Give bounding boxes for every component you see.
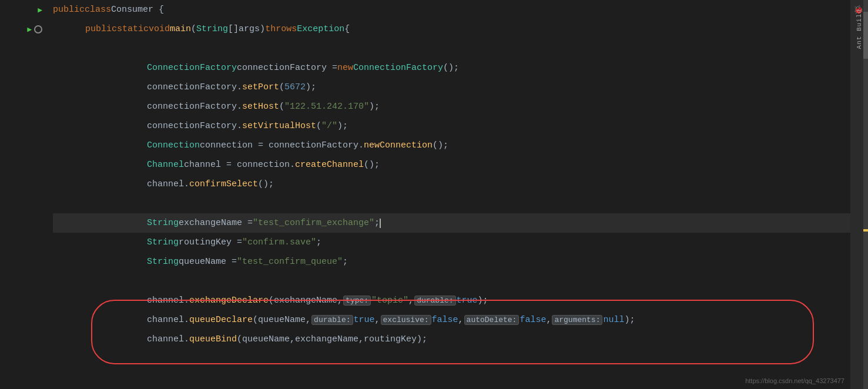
code-line-11 <box>53 194 850 213</box>
code-line-16: channel. exchangeDeclare (exchangeName, … <box>53 291 850 310</box>
paren-open: ( <box>191 24 196 34</box>
code-line-2: public static void main ( String [] args… <box>53 19 850 39</box>
paren18: (queueName,exchangeName,routingKey); <box>237 334 427 344</box>
comma17a: , <box>375 315 380 325</box>
type-conn: Connection <box>147 140 200 150</box>
gutter-row-5 <box>0 78 47 97</box>
code-line-14: String queueName = "test_confirm_queue" … <box>53 252 850 271</box>
code-line-9: Channel channel = connection. createChan… <box>53 155 850 175</box>
keyword-class: class <box>85 5 111 15</box>
method-queuedeclare: queueDeclare <box>189 315 253 325</box>
type-string: String <box>196 24 228 34</box>
param-arguments: arguments: <box>552 315 602 325</box>
type-cf: ConnectionFactory <box>147 63 237 73</box>
code-line-6: connectionFactory. setHost ( "122.51.242… <box>53 97 850 116</box>
code-line-1: public class Consumer { <box>53 0 850 19</box>
gutter-row-10 <box>0 175 47 194</box>
channel-var: channel. <box>147 179 189 189</box>
var-queuename: queueName = <box>179 257 237 267</box>
comma16: , <box>408 296 414 306</box>
type-cf2: ConnectionFactory <box>353 63 443 73</box>
paren9: (); <box>364 160 380 170</box>
gutter-row-18 <box>0 330 47 349</box>
code-line-10: channel. confirmSelect (); <box>53 175 850 194</box>
cf-var4: connectionFactory. <box>147 121 242 131</box>
var-routingkey: routingKey = <box>179 237 242 247</box>
method-exchangedeclare: exchangeDeclare <box>189 296 269 306</box>
string-topic: "topic" <box>371 296 408 306</box>
ant-build-label: Ant Build <box>856 9 863 49</box>
keyword-new: new <box>337 63 353 73</box>
bool-false17b: false <box>520 315 546 325</box>
channel-var17: channel. <box>147 315 189 325</box>
call-paren: (); <box>443 63 459 73</box>
string-routingkey: "confirm.save" <box>242 237 316 247</box>
semicolon12: ; <box>374 218 380 228</box>
run-arrow-1[interactable]: ▶ <box>38 5 42 15</box>
string-ip: "122.51.242.170" <box>284 102 369 112</box>
var-exchangename: exchangeName = <box>179 218 253 228</box>
paren5b: ); <box>306 82 316 92</box>
paren7a: ( <box>316 121 321 131</box>
param-args: args) <box>239 24 265 34</box>
cf-var3: connectionFactory. <box>147 102 242 112</box>
gutter-row-2: ▶ <box>0 19 47 39</box>
scrollbar-thumb[interactable] <box>863 12 868 59</box>
param-durable17: durable: <box>311 315 353 325</box>
code-line-7: connectionFactory. setVirtualHost ( "/" … <box>53 116 850 136</box>
param-durable: durable: <box>414 296 455 306</box>
watermark: https://blog.csdn.net/qq_43273477 <box>745 377 844 384</box>
class-name: Consumer { <box>111 5 164 15</box>
code-line-18: channel. queueBind (queueName,exchangeNa… <box>53 330 850 349</box>
code-line-13: String routingKey = "confirm.save" ; <box>53 233 850 252</box>
gutter-row-6 <box>0 97 47 116</box>
gutter-row-12 <box>0 213 47 233</box>
keyword-public2: public <box>85 24 117 34</box>
bool-false17a: false <box>432 315 458 325</box>
gutter-row-9 <box>0 155 47 175</box>
type-string13: String <box>147 237 179 247</box>
code-line-3 <box>53 39 850 58</box>
semicolon14: ; <box>343 257 348 267</box>
gutter-row-16 <box>0 291 47 310</box>
paren17b: ); <box>624 315 635 325</box>
param-type: type: <box>343 296 371 306</box>
paren6b: ); <box>369 102 380 112</box>
bool-true16: true <box>457 296 478 306</box>
code-line-12: String exchangeName = "test_confirm_exch… <box>53 213 850 233</box>
method-sethost: setHost <box>242 102 279 112</box>
keyword-throws: throws <box>265 24 297 34</box>
method-queuebind: queueBind <box>189 334 237 344</box>
run-arrow-2[interactable]: ▶ <box>27 25 32 34</box>
method-setvh: setVirtualHost <box>242 121 316 131</box>
null-17: null <box>603 315 624 325</box>
cf-var2: connectionFactory. <box>147 82 242 92</box>
right-sidebar: 🐞 Ant Build <box>850 0 868 389</box>
paren7b: ); <box>337 121 348 131</box>
breakpoint-2[interactable] <box>34 25 42 33</box>
paren5a: ( <box>279 82 284 92</box>
brace-open: { <box>344 24 350 34</box>
channel-var16: channel. <box>147 296 189 306</box>
comma17c: , <box>546 315 551 325</box>
code-line-15 <box>53 271 850 291</box>
var-cf: connectionFactory = <box>237 63 337 73</box>
scrollbar-track[interactable] <box>863 0 868 389</box>
method-createchannel: createChannel <box>295 160 364 170</box>
comma17b: , <box>458 315 464 325</box>
paren16a: (exchangeName, <box>269 296 343 306</box>
param-autodelete: autoDelete: <box>464 315 520 325</box>
gutter-row-13 <box>0 233 47 252</box>
paren8: (); <box>433 140 448 150</box>
method-main: main <box>170 24 191 34</box>
code-line-17: channel. queueDeclare (queueName, durabl… <box>53 310 850 330</box>
gutter-row-1: ▶ <box>0 0 47 19</box>
string-queuename: "test_confirm_queue" <box>237 257 343 267</box>
paren17a: (queueName, <box>253 315 311 325</box>
gutter-row-8 <box>0 136 47 155</box>
line-gutter: ▶ ▶ <box>0 0 47 389</box>
code-content: public class Consumer { public static vo… <box>47 0 850 389</box>
param-exclusive: exclusive: <box>381 315 431 325</box>
string-exchange: "test_confirm_exchange" <box>253 218 374 228</box>
gutter-row-14 <box>0 252 47 271</box>
